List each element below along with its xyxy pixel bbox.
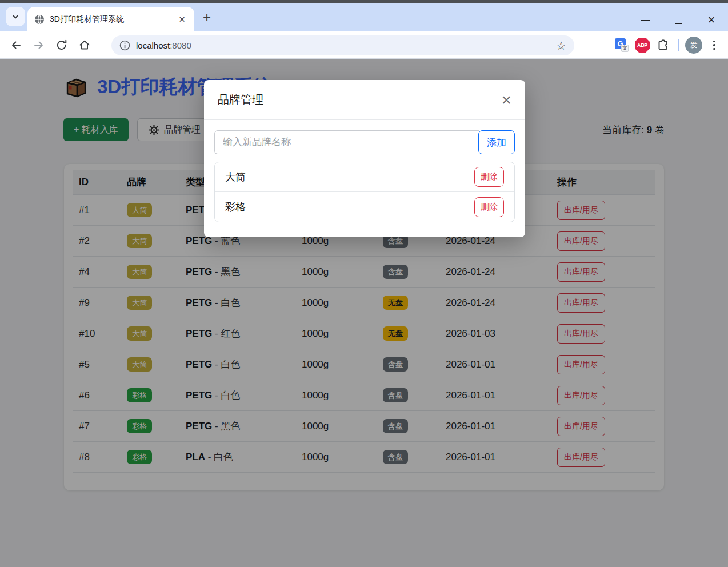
brand-list: 大简删除彩格删除: [214, 162, 515, 222]
profile-button[interactable]: 发: [683, 35, 704, 55]
brand-list-item: 彩格删除: [215, 192, 514, 222]
translate-icon: G 文: [615, 38, 629, 52]
brand-name: 彩格: [225, 200, 474, 214]
brand-name: 大简: [225, 170, 474, 184]
brand-list-item: 大简删除: [215, 162, 514, 192]
modal-close-icon[interactable]: ×: [501, 91, 511, 109]
kebab-menu-icon: [710, 41, 719, 50]
window-maximize-button[interactable]: [662, 9, 695, 31]
back-arrow-icon: [10, 39, 22, 51]
abp-icon: ABP: [635, 38, 650, 53]
browser-tab[interactable]: 3D打印耗材管理系统 ×: [27, 7, 194, 31]
url-port: :8080: [170, 41, 191, 50]
site-info-icon[interactable]: [119, 40, 130, 51]
add-brand-button[interactable]: 添加: [478, 130, 515, 154]
url-text[interactable]: localhost:8080: [136, 41, 556, 50]
profile-avatar: 发: [685, 37, 702, 54]
delete-brand-button[interactable]: 删除: [474, 197, 504, 217]
new-tab-button[interactable]: +: [203, 10, 211, 24]
globe-favicon-icon: [34, 14, 45, 25]
forward-arrow-icon: [33, 39, 45, 51]
adblock-extension-button[interactable]: ABP: [632, 35, 653, 55]
translate-extension-button[interactable]: G 文: [611, 35, 632, 55]
browser-toolbar: localhost:8080 ☆ G 文 ABP 发: [0, 31, 728, 59]
address-bar[interactable]: localhost:8080 ☆: [111, 35, 574, 55]
back-button[interactable]: [5, 34, 27, 57]
url-host: localhost: [136, 41, 170, 50]
puzzle-icon: [656, 38, 670, 52]
reload-icon: [55, 39, 68, 51]
window-close-button[interactable]: ×: [695, 9, 728, 31]
forward-button[interactable]: [27, 34, 50, 57]
home-button[interactable]: [73, 34, 96, 57]
modal-title: 品牌管理: [218, 92, 501, 107]
window-controls: ×: [629, 6, 728, 34]
reload-button[interactable]: [50, 34, 73, 57]
minimize-icon: [641, 20, 650, 21]
bookmark-star-icon[interactable]: ☆: [556, 39, 566, 53]
home-icon: [78, 39, 91, 51]
toolbar-separator: [678, 39, 679, 51]
modal-header: 品牌管理 ×: [204, 80, 525, 120]
browser-tab-strip: 3D打印耗材管理系统 × + ×: [0, 3, 728, 31]
new-brand-input[interactable]: [214, 130, 479, 154]
browser-menu-button[interactable]: [704, 35, 725, 55]
tab-title: 3D打印耗材管理系统: [50, 14, 177, 25]
brand-manage-modal: 品牌管理 × 添加 大简删除彩格删除: [204, 80, 525, 237]
window-minimize-button[interactable]: [629, 9, 662, 31]
extensions-button[interactable]: [653, 35, 673, 55]
delete-brand-button[interactable]: 删除: [474, 167, 504, 187]
tab-close-icon[interactable]: ×: [177, 14, 187, 25]
chevron-down-icon: [10, 11, 21, 22]
new-brand-input-group: 添加: [214, 130, 515, 154]
modal-body: 添加 大简删除彩格删除: [204, 120, 525, 233]
maximize-icon: [675, 17, 682, 24]
tab-search-button[interactable]: [6, 7, 25, 26]
